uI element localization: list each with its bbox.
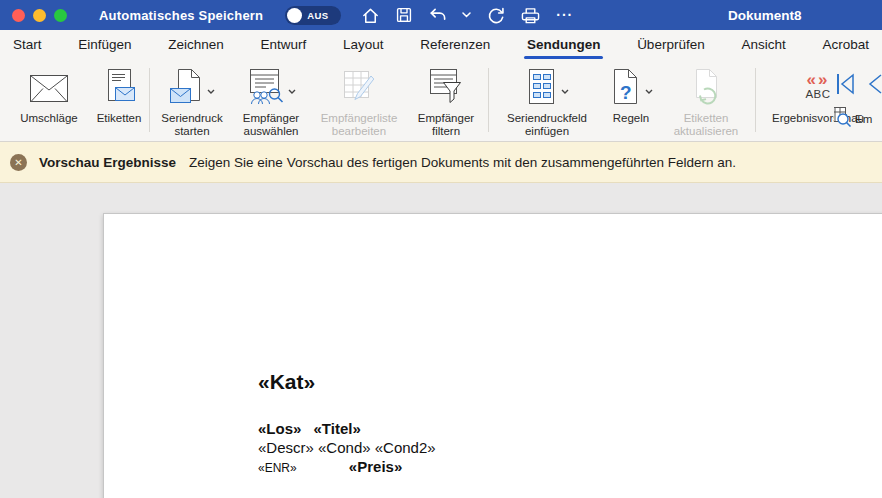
chevron-down-icon (288, 80, 296, 98)
close-window-button[interactable] (12, 9, 25, 22)
tab-ueberpruefen[interactable]: Überprüfen (635, 31, 707, 60)
seriendruck-starten-label: Seriendruck starten (153, 112, 231, 138)
start-mail-merge-icon (169, 68, 203, 109)
more-toolbar-icon[interactable]: ··· (556, 7, 573, 23)
seriendruckfeld-einfuegen-label: Seriendruckfeld einfügen (492, 112, 602, 138)
traffic-lights (12, 9, 67, 22)
merge-field-cond2[interactable]: «Cond2» (375, 439, 436, 456)
merge-field-los[interactable]: «Los» (258, 420, 301, 437)
tab-zeichnen[interactable]: Zeichnen (166, 31, 226, 60)
save-icon[interactable] (395, 6, 413, 24)
toggle-knob (287, 8, 302, 23)
edit-recipient-list-icon (340, 68, 378, 110)
titlebar: Automatisches Speichern AUS (0, 0, 882, 30)
document-workspace[interactable]: «Kat» «Los» «Titel» «Descr» «Cond» «Cond… (0, 183, 882, 498)
svg-text:?: ? (620, 82, 632, 103)
seriendruck-starten-button[interactable]: Seriendruck starten (153, 61, 231, 141)
first-record-icon[interactable] (834, 71, 856, 101)
merge-field-preis[interactable]: «Preis» (349, 458, 402, 475)
minimize-window-button[interactable] (33, 9, 46, 22)
chevron-down-icon (561, 80, 569, 98)
undo-menu-chevron-icon[interactable] (462, 12, 471, 18)
chevron-down-icon (207, 80, 215, 98)
tab-acrobat[interactable]: Acrobat (820, 31, 871, 60)
print-icon[interactable] (520, 6, 541, 25)
tab-einfuegen[interactable]: Einfügen (76, 31, 133, 60)
insert-merge-field-icon (526, 68, 557, 110)
etiketten-button[interactable]: Etiketten (92, 61, 146, 141)
merge-field-titel[interactable]: «Titel» (314, 420, 361, 437)
umschlaege-button[interactable]: Umschläge (6, 61, 92, 141)
dismiss-message-icon[interactable]: ✕ (10, 154, 27, 171)
merge-field-cond[interactable]: «Cond» (318, 439, 371, 456)
preview-results-icon: «» ABC (805, 71, 830, 101)
tab-ansicht[interactable]: Ansicht (739, 31, 787, 60)
group-separator (149, 68, 150, 132)
document-title: Dokument8 (728, 0, 802, 30)
seriendruckfeld-einfuegen-button[interactable]: Seriendruckfeld einfügen (492, 61, 602, 141)
empfaengerliste-bearbeiten-label: Empfängerliste bearbeiten (311, 112, 407, 138)
message-bar: ✕ Vorschau Ergebnisse Zeigen Sie eine Vo… (0, 142, 882, 183)
tab-sendungen[interactable]: Sendungen (525, 31, 603, 60)
chevron-down-icon (645, 80, 653, 98)
previous-record-icon[interactable] (868, 71, 882, 101)
tab-layout[interactable]: Layout (341, 31, 386, 60)
tab-referenzen[interactable]: Referenzen (418, 31, 492, 60)
etiketten-aktualisieren-label: Etiketten aktualisieren (660, 112, 752, 138)
etiketten-aktualisieren-button: Etiketten aktualisieren (660, 61, 752, 141)
zoom-window-button[interactable] (54, 9, 67, 22)
update-labels-icon (689, 68, 724, 110)
document-page[interactable]: «Kat» «Los» «Titel» «Descr» «Cond» «Cond… (103, 213, 882, 498)
empfaengerliste-bearbeiten-button: Empfängerliste bearbeiten (311, 61, 407, 141)
message-bar-text: Zeigen Sie eine Vorschau des fertigen Do… (189, 155, 736, 170)
labels-icon (103, 68, 136, 110)
autosave-state: AUS (307, 10, 328, 21)
ribbon-tabbar: Start Einfügen Zeichnen Entwurf Layout R… (0, 30, 882, 61)
tab-entwurf[interactable]: Entwurf (259, 31, 309, 60)
envelope-icon (29, 68, 69, 107)
empfaenger-filtern-label: Empfänger filtern (407, 112, 485, 138)
empfaenger-auswaehlen-button[interactable]: Empfänger auswählen (231, 61, 311, 141)
undo-icon[interactable] (428, 6, 447, 25)
word-window: Automatisches Speichern AUS (0, 0, 882, 498)
find-recipient-icon[interactable] (834, 106, 852, 132)
merge-field-enr[interactable]: «ENR» (258, 461, 297, 475)
merge-fields-block: «Kat» «Los» «Titel» «Descr» «Cond» «Cond… (258, 369, 436, 478)
autosave-toggle[interactable]: AUS (285, 6, 341, 25)
redo-icon[interactable] (486, 6, 505, 25)
ribbon: Umschläge Etiketten Seriendruck starten (0, 61, 882, 142)
regeln-label: Regeln (613, 112, 649, 125)
home-icon[interactable] (361, 6, 380, 25)
regeln-button[interactable]: ? Regeln (602, 61, 660, 141)
filter-recipients-icon (428, 68, 464, 108)
group-separator (488, 68, 489, 132)
message-bar-title: Vorschau Ergebnisse (39, 155, 176, 170)
record-navigation: Em (834, 61, 882, 142)
rules-icon: ? (610, 68, 641, 110)
tab-start[interactable]: Start (11, 31, 44, 60)
select-recipients-icon (247, 68, 284, 110)
autosave-label: Automatisches Speichern (99, 8, 263, 23)
merge-field-descr[interactable]: «Descr» (258, 439, 314, 456)
empfaenger-auswaehlen-label: Empfänger auswählen (231, 112, 311, 138)
group-separator (755, 68, 756, 132)
empfaenger-filtern-button[interactable]: Empfänger filtern (407, 61, 485, 141)
find-recipient-label-partial: Em (855, 113, 872, 126)
etiketten-label: Etiketten (97, 112, 142, 125)
umschlaege-label: Umschläge (20, 112, 78, 125)
merge-field-kat[interactable]: «Kat» (258, 369, 436, 395)
